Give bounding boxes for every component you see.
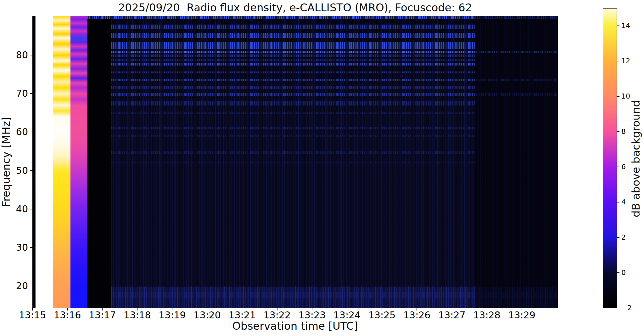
region-saturated-white-column xyxy=(36,16,53,308)
colorbar-tick-label: 14 xyxy=(621,22,630,29)
colorbar-tick-label: 6 xyxy=(621,163,626,170)
colorbar-tick-mark xyxy=(617,308,619,308)
y-tick-label: 30 xyxy=(9,243,28,252)
colorbar-tick-label: 10 xyxy=(621,93,630,100)
y-tick-label: 70 xyxy=(9,89,28,98)
y-tick-mark xyxy=(30,209,32,209)
colorbar-tick-label: 8 xyxy=(621,128,626,135)
y-tick-label: 40 xyxy=(9,204,28,214)
colorbar-tick-mark xyxy=(617,202,619,202)
region-saturated-pink-column xyxy=(70,16,87,308)
x-axis-label: Observation time [UTC] xyxy=(32,321,558,331)
y-tick-mark xyxy=(30,170,32,171)
colorbar-tick-label: 2 xyxy=(621,234,626,241)
colorbar-tick-label: 0 xyxy=(621,269,626,276)
colorbar-tick-mark xyxy=(617,26,619,26)
y-tick-label: 60 xyxy=(9,127,28,137)
y-tick-label: 80 xyxy=(9,50,28,60)
y-tick-mark xyxy=(30,132,32,132)
colorbar-tick-mark xyxy=(617,131,619,132)
colorbar-label: dB above background xyxy=(630,96,643,222)
y-tick-mark xyxy=(30,247,32,248)
colorbar-tick-mark xyxy=(617,61,619,61)
y-tick-label: 50 xyxy=(9,166,28,175)
y-tick-mark xyxy=(30,286,32,287)
colorbar-tick-mark xyxy=(617,167,619,167)
chart-title: 2025/09/20 Radio flux density, e-CALLIST… xyxy=(32,1,558,14)
spectrogram-plot xyxy=(32,16,558,308)
region-pre-black-column xyxy=(33,16,35,308)
y-tick-label: 20 xyxy=(9,281,28,291)
region-saturated-yellow-column xyxy=(53,16,70,308)
colorbar-tick-label: −2 xyxy=(621,305,631,311)
colorbar-tick-mark xyxy=(617,237,619,237)
spectrogram-figure: 2025/09/20 Radio flux density, e-CALLIST… xyxy=(0,0,644,336)
y-tick-mark xyxy=(30,55,32,55)
colorbar-tick-mark xyxy=(617,272,619,273)
colorbar-tick-label: 12 xyxy=(621,58,630,65)
x-tick-label: 13:29 xyxy=(500,310,544,320)
colorbar-tick-label: 4 xyxy=(621,199,626,206)
overlay-right-dim xyxy=(475,16,557,308)
y-tick-mark xyxy=(30,93,32,94)
colorbar-tick-mark xyxy=(617,96,619,96)
colorbar xyxy=(603,8,617,308)
region-post-burst-black-gap xyxy=(87,16,111,308)
